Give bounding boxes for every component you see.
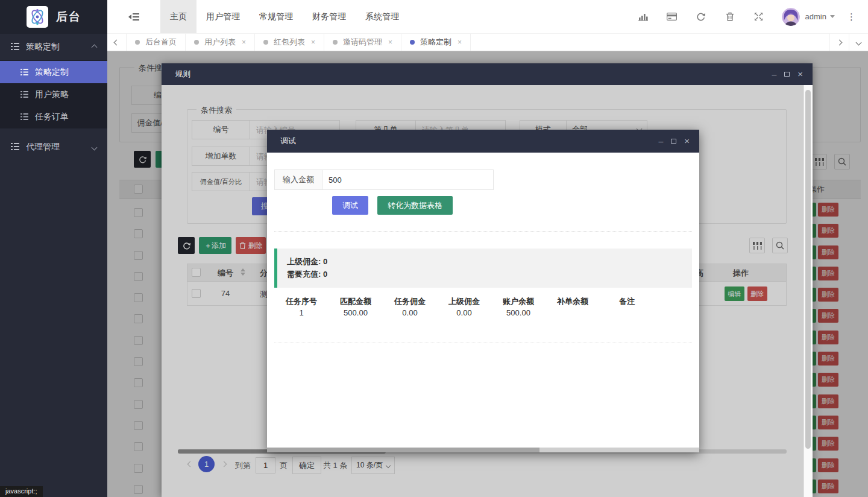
screen: 后台 策略定制 策略定制 用户策略 任务订单 代理管理 bbox=[0, 0, 868, 497]
close-icon[interactable]: × bbox=[311, 38, 315, 46]
debug-table-cell: 500.00 bbox=[329, 308, 383, 317]
tab-invite-code[interactable]: 邀请码管理× bbox=[324, 34, 401, 51]
collapse-menu-icon bbox=[128, 13, 139, 21]
amount-input[interactable] bbox=[322, 169, 494, 190]
top-menu-system-mgmt[interactable]: 系统管理 bbox=[356, 0, 409, 33]
fullscreen-icon[interactable] bbox=[744, 12, 773, 21]
list-icon bbox=[11, 142, 19, 152]
logo-atom-icon bbox=[27, 6, 48, 28]
debug-table-header-row: 任务序号匹配金额任务佣金上级佣金账户余额补单余额备注 bbox=[274, 296, 654, 307]
tab-dot bbox=[333, 40, 338, 45]
username: admin bbox=[805, 12, 826, 21]
top-navbar: 主页 用户管理 常规管理 财务管理 系统管理 admin ⋮ bbox=[107, 0, 868, 34]
more-options-icon[interactable]: ⋮ bbox=[835, 11, 864, 22]
topbar-right: admin ⋮ bbox=[629, 0, 868, 33]
top-menu-user-mgmt[interactable]: 用户管理 bbox=[197, 0, 250, 33]
tab-dot bbox=[410, 40, 415, 45]
debug-table-header-cell: 匹配金额 bbox=[329, 296, 383, 307]
sidebar-collapse-button[interactable] bbox=[107, 0, 160, 33]
maximize-icon[interactable] bbox=[784, 72, 790, 77]
chart-icon[interactable] bbox=[629, 13, 658, 21]
user-avatar[interactable] bbox=[782, 8, 800, 26]
sidebar-item-label: 用户策略 bbox=[35, 89, 69, 100]
debug-modal-titlebar[interactable]: 调试 – × bbox=[267, 130, 699, 153]
close-icon[interactable]: × bbox=[242, 38, 246, 46]
tab-redpacket-list[interactable]: 红包列表× bbox=[255, 34, 324, 51]
link-status-tooltip: javascript:; bbox=[0, 486, 43, 497]
maximize-icon[interactable] bbox=[671, 139, 676, 144]
close-icon[interactable]: × bbox=[388, 38, 392, 46]
refresh-icon[interactable] bbox=[687, 12, 715, 21]
sidebar: 后台 策略定制 策略定制 用户策略 任务订单 代理管理 bbox=[0, 0, 107, 497]
top-menu-home[interactable]: 主页 bbox=[160, 0, 197, 33]
debug-table-header-cell: 补单余额 bbox=[546, 296, 600, 307]
tab-dot bbox=[194, 40, 199, 45]
close-icon[interactable]: × bbox=[797, 71, 803, 78]
tab-dot bbox=[263, 40, 268, 45]
chevron-down-icon bbox=[92, 144, 98, 150]
convert-to-table-button[interactable]: 转化为数据表格 bbox=[377, 196, 453, 215]
debug-modal: 调试 – × 输入金额 调试 转化为数据表格 上级佣金: 0 需要充值: 0 任… bbox=[267, 130, 699, 452]
close-icon[interactable]: × bbox=[458, 38, 462, 46]
list-icon bbox=[20, 90, 28, 100]
sidebar-item-strategy-custom[interactable]: 策略定制 bbox=[0, 61, 107, 83]
tab-strategy-custom[interactable]: 策略定制× bbox=[401, 34, 471, 51]
minimize-icon[interactable]: – bbox=[658, 138, 663, 144]
trash-icon[interactable] bbox=[715, 12, 744, 21]
top-menu-general-mgmt[interactable]: 常规管理 bbox=[250, 0, 303, 33]
result-parent-commission: 上级佣金: 0 bbox=[287, 255, 682, 268]
tab-user-list[interactable]: 用户列表× bbox=[186, 34, 255, 51]
debug-table-header-cell: 账户余额 bbox=[491, 296, 546, 307]
rule-modal-titlebar[interactable]: 规则 – × bbox=[162, 63, 813, 85]
vertical-scrollbar[interactable] bbox=[804, 85, 813, 497]
debug-table-cell: 0.00 bbox=[383, 308, 437, 317]
debug-button[interactable]: 调试 bbox=[332, 196, 368, 215]
divider bbox=[274, 343, 692, 343]
sidebar-item-label: 策略定制 bbox=[35, 67, 69, 78]
tab-home[interactable]: 后台首页 bbox=[127, 34, 186, 51]
rule-modal-title: 规则 bbox=[175, 69, 190, 80]
chevron-up-icon bbox=[92, 44, 98, 50]
debug-table-cell bbox=[600, 308, 654, 317]
divider bbox=[274, 231, 692, 232]
chevron-down-icon bbox=[830, 15, 835, 18]
sidebar-group-strategy[interactable]: 策略定制 bbox=[0, 34, 107, 60]
scrollbar-thumb[interactable] bbox=[267, 448, 539, 452]
debug-table-cell bbox=[546, 308, 600, 317]
tabs-scroll-right-button[interactable] bbox=[829, 34, 849, 51]
sidebar-submenu: 策略定制 用户策略 任务订单 bbox=[0, 60, 107, 128]
scrollbar-thumb[interactable] bbox=[805, 90, 811, 449]
result-recharge-needed: 需要充值: 0 bbox=[287, 268, 682, 280]
debug-table-header-cell: 任务序号 bbox=[274, 296, 329, 307]
amount-label: 输入金额 bbox=[274, 169, 322, 190]
close-icon[interactable]: × bbox=[684, 138, 690, 145]
top-menu-finance-mgmt[interactable]: 财务管理 bbox=[303, 0, 356, 33]
tab-dot bbox=[135, 40, 140, 45]
minimize-icon[interactable]: – bbox=[772, 71, 776, 77]
sidebar-group-label: 策略定制 bbox=[26, 42, 60, 52]
debug-table-data-row: 1500.000.000.00500.00 bbox=[274, 308, 654, 317]
tabs-dropdown-button[interactable] bbox=[849, 34, 868, 51]
card-icon[interactable] bbox=[658, 13, 687, 21]
sidebar-item-task-orders[interactable]: 任务订单 bbox=[0, 106, 107, 128]
user-menu[interactable]: admin bbox=[805, 12, 835, 21]
list-icon bbox=[11, 42, 19, 52]
debug-table-cell: 500.00 bbox=[491, 308, 546, 317]
tabs-scroll-left-button[interactable] bbox=[107, 34, 127, 51]
sidebar-item-user-strategy[interactable]: 用户策略 bbox=[0, 83, 107, 106]
sidebar-item-label: 任务订单 bbox=[35, 112, 69, 122]
app-logo[interactable]: 后台 bbox=[0, 0, 107, 34]
debug-table-header-cell: 任务佣金 bbox=[383, 296, 437, 307]
list-icon bbox=[20, 68, 28, 77]
app-title: 后台 bbox=[56, 9, 81, 25]
debug-result-box: 上级佣金: 0 需要充值: 0 bbox=[274, 248, 692, 288]
horizontal-scrollbar[interactable] bbox=[267, 448, 699, 452]
debug-modal-title: 调试 bbox=[280, 136, 296, 147]
debug-table-header-cell: 备注 bbox=[600, 296, 654, 307]
sidebar-group-agent[interactable]: 代理管理 bbox=[0, 134, 107, 160]
sidebar-group-label: 代理管理 bbox=[26, 142, 60, 153]
debug-table-cell: 0.00 bbox=[437, 308, 491, 317]
list-icon bbox=[20, 112, 28, 122]
debug-table-header-cell: 上级佣金 bbox=[437, 296, 491, 307]
tab-bar: 后台首页 用户列表× 红包列表× 邀请码管理× 策略定制× bbox=[107, 34, 868, 51]
